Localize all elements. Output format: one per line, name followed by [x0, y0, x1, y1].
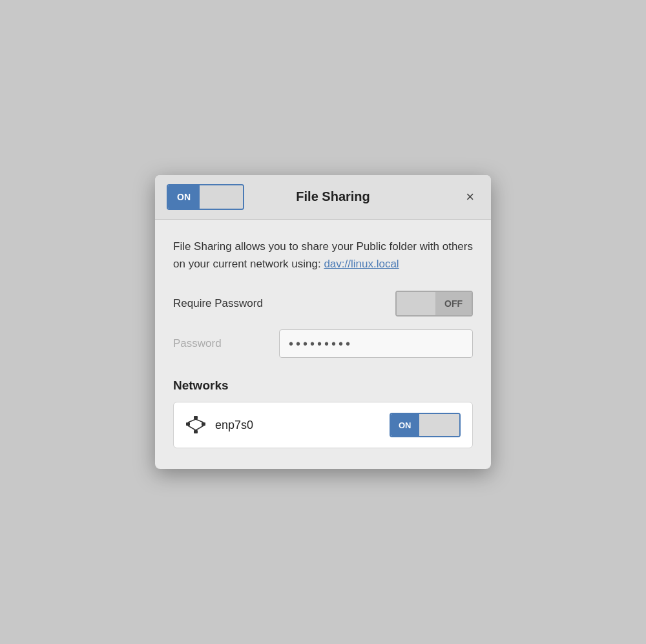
network-left: enp7s0: [185, 415, 253, 435]
svg-rect-3: [194, 430, 198, 433]
toggle-off-label: OFF: [435, 292, 472, 315]
description-text: File Sharing allows you to share your Pu…: [173, 238, 473, 273]
file-sharing-dialog: ON File Sharing × File Sharing allows yo…: [155, 175, 491, 469]
svg-line-6: [188, 426, 196, 430]
require-password-label: Require Password: [173, 297, 263, 310]
network-icon: [185, 415, 206, 435]
network-name: enp7s0: [215, 419, 253, 432]
password-input[interactable]: [279, 329, 473, 358]
close-button[interactable]: ×: [461, 187, 479, 207]
svg-line-7: [196, 426, 203, 430]
toggle-on-label: ON: [168, 185, 200, 209]
svg-rect-0: [194, 416, 198, 419]
password-label: Password: [173, 337, 222, 350]
networks-title: Networks: [173, 379, 473, 393]
svg-rect-1: [186, 422, 190, 426]
dav-link[interactable]: dav://linux.local: [324, 258, 399, 270]
svg-line-4: [188, 419, 196, 422]
description-part1: File Sharing allows you to share your Pu…: [173, 240, 473, 270]
require-password-toggle[interactable]: OFF: [395, 291, 473, 317]
networks-section: Networks: [173, 379, 473, 448]
require-password-row: Require Password OFF: [173, 291, 473, 317]
svg-line-5: [196, 419, 203, 422]
network-toggle-off-area: [419, 414, 460, 436]
svg-rect-2: [202, 422, 205, 426]
password-row: Password: [173, 329, 473, 358]
dialog-title: File Sharing: [205, 189, 461, 204]
network-item: enp7s0 ON: [173, 402, 473, 448]
network-toggle[interactable]: ON: [390, 413, 461, 437]
dialog-body: File Sharing allows you to share your Pu…: [155, 220, 491, 469]
dialog-header: ON File Sharing ×: [155, 175, 491, 220]
toggle-off-left: [397, 292, 435, 315]
network-toggle-on-label: ON: [391, 414, 419, 436]
